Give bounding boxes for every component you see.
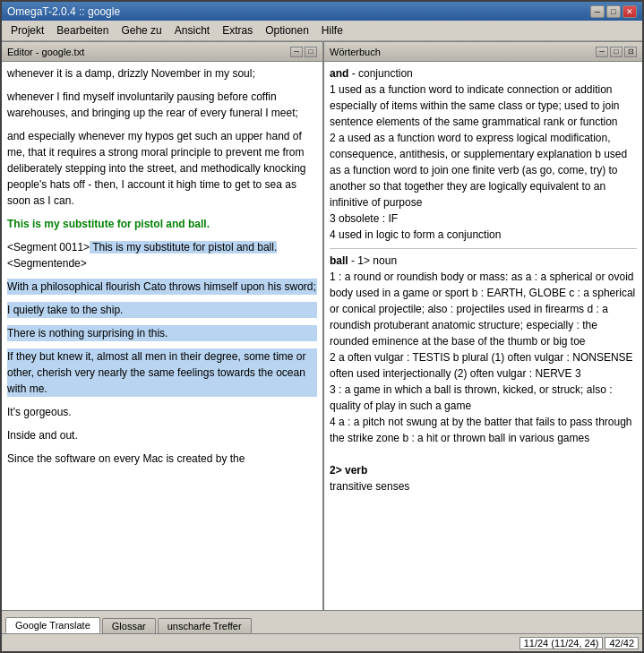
tab-glossar[interactable]: Glossar [102, 618, 156, 633]
minimize-button[interactable]: ─ [590, 5, 605, 18]
segment-10: Inside and out. [7, 427, 317, 443]
menu-projekt[interactable]: Projekt [5, 22, 49, 39]
main-container: Editor - google.txt ─ □ whenever it is a… [2, 41, 642, 610]
tab-bar: Google Translate Glossar unscharfe Treff… [2, 610, 642, 633]
menu-ansicht[interactable]: Ansicht [169, 22, 215, 39]
title-controls: ─ □ ✕ [590, 5, 637, 18]
dict-entry-and: and - conjunction 1 used as a function w… [330, 65, 637, 243]
dict-divider [330, 248, 637, 249]
maximize-button[interactable]: □ [606, 5, 621, 18]
status-position: 11/24 (11/24, 24) [519, 637, 604, 649]
menu-hilfe[interactable]: Hilfe [316, 22, 348, 39]
menu-optionen[interactable]: Optionen [260, 22, 314, 39]
menu-gehe-zu[interactable]: Gehe zu [116, 22, 167, 39]
segment-6: I quietly take to the ship. [7, 302, 317, 318]
dictionary-panel: Wörterbuch ─ □ ⊡ and - conjunction 1 use… [324, 42, 642, 610]
segment-5: With a philosophical flourish Cato throw… [7, 279, 317, 295]
editor-header: Editor - google.txt ─ □ [2, 42, 322, 62]
editor-restore-btn[interactable]: □ [305, 47, 317, 57]
editor-content[interactable]: whenever it is a damp, drizzly November … [2, 62, 322, 610]
segment-4-tag: <Segment 0011> This is my substitute for… [7, 239, 317, 271]
segment-2: whenever I find myself involuntarily pau… [7, 89, 317, 121]
editor-title: Editor - google.txt [7, 47, 84, 57]
dictionary-title: Wörterbuch [330, 47, 381, 57]
segment-8: If they but knew it, almost all men in t… [7, 348, 317, 397]
segment-11: Since the software on every Mac is creat… [7, 451, 317, 467]
dict-entry-ball: ball - 1> noun 1 : a round or roundish b… [330, 253, 637, 494]
segment-1: whenever it is a damp, drizzly November … [7, 65, 317, 82]
menu-extras[interactable]: Extras [217, 22, 258, 39]
dict-header-controls: ─ □ ⊡ [596, 47, 637, 57]
dictionary-content[interactable]: and - conjunction 1 used as a function w… [324, 62, 642, 610]
tab-unscharfe-treffer[interactable]: unscharfe Treffer [158, 618, 252, 633]
title-bar: OmegaT-2.0.4 :: google ─ □ ✕ [2, 2, 642, 21]
dictionary-header: Wörterbuch ─ □ ⊡ [324, 42, 642, 62]
editor-header-controls: ─ □ [290, 47, 317, 57]
bottom-area: Google Translate Glossar unscharfe Treff… [2, 610, 642, 651]
dict-minimize-btn[interactable]: ─ [596, 47, 608, 57]
dict-restore-btn[interactable]: ⊡ [624, 47, 637, 57]
menu-bar: Projekt Bearbeiten Gehe zu Ansicht Extra… [2, 21, 642, 41]
status-total: 42/42 [605, 637, 639, 649]
status-bar: 11/24 (11/24, 24) 42/42 [2, 633, 642, 651]
app-window: OmegaT-2.0.4 :: google ─ □ ✕ Projekt Bea… [0, 0, 644, 653]
editor-panel: Editor - google.txt ─ □ whenever it is a… [2, 42, 324, 610]
menu-bearbeiten[interactable]: Bearbeiten [51, 22, 114, 39]
editor-minimize-btn[interactable]: ─ [290, 47, 303, 57]
close-button[interactable]: ✕ [623, 5, 637, 18]
segment-9: It's gorgeous. [7, 404, 317, 420]
dict-maximize-btn[interactable]: □ [610, 47, 623, 57]
tab-google-translate[interactable]: Google Translate [5, 617, 100, 633]
segment-7: There is nothing surprising in this. [7, 325, 317, 341]
app-title: OmegaT-2.0.4 :: google [7, 5, 120, 18]
segment-3: and especially whenever my hypos get suc… [7, 128, 317, 209]
segment-4-bold: This is my substitute for pistol and bal… [7, 216, 317, 232]
